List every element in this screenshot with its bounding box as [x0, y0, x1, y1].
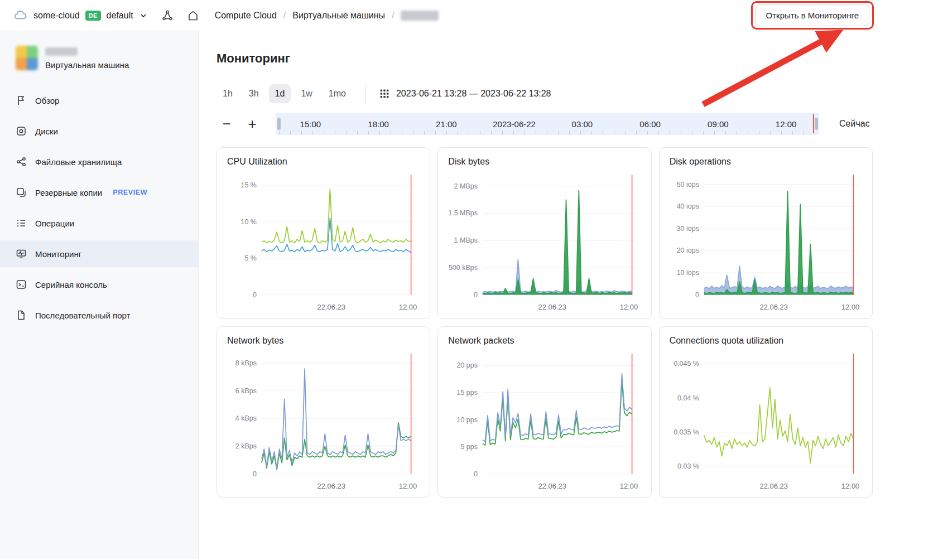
breadcrumb-virtual-machines[interactable]: Виртуальные машины [292, 11, 385, 21]
svg-text:22.06.23: 22.06.23 [759, 481, 787, 490]
timeline-minor-ticks [279, 131, 816, 134]
svg-text:10 %: 10 % [240, 218, 256, 226]
chart-card-disk-operations: Disk operations50 iops40 iops30 iops20 i… [659, 147, 873, 319]
main-content: Мониторинг 1h3h1d1w1mo 2023-06-21 13:28 … [199, 31, 943, 559]
svg-text:22.06.23: 22.06.23 [759, 303, 787, 311]
sidebar-item-backups[interactable]: Резервные копииPREVIEW [0, 179, 198, 206]
zoom-out-button[interactable]: − [216, 114, 237, 134]
sidebar-item-serial-console[interactable]: Серийная консоль [0, 271, 198, 298]
monitoring-icon [16, 248, 27, 259]
vm-subtitle: Виртуальная машина [45, 60, 129, 70]
chart-card-connections-quota: Connections quota utilization0.045 %0.04… [659, 326, 873, 498]
chart-title: Network bytes [227, 336, 421, 346]
svg-text:0: 0 [253, 470, 257, 477]
timeline-tick-label: 21:00 [436, 119, 457, 129]
svg-text:1 MBps: 1 MBps [454, 236, 478, 244]
chart-title: CPU Utilization [227, 157, 421, 167]
svg-text:30 iops: 30 iops [676, 225, 699, 233]
svg-text:12:00: 12:00 [399, 481, 417, 490]
timeline-tick-label: 06:00 [639, 119, 661, 129]
home-icon[interactable] [187, 9, 199, 22]
range-tab-1d[interactable]: 1d [269, 84, 291, 103]
chart-card-network-packets: Network packets20 pps15 pps10 pps5 pps02… [437, 326, 651, 498]
range-tab-1w[interactable]: 1w [295, 84, 318, 103]
folder-name[interactable]: default [107, 11, 133, 21]
timeline-right-handle[interactable] [815, 118, 818, 130]
services-icon[interactable] [161, 9, 174, 22]
range-tabs: 1h3h1d1w1mo [216, 84, 352, 103]
chevron-down-icon[interactable] [139, 11, 148, 20]
page: some-cloud DE default Compute Cloud / Ви… [0, 0, 943, 560]
timeline-now-marker [813, 114, 814, 133]
range-tab-3h[interactable]: 3h [243, 84, 265, 103]
blurred-vm-name [401, 11, 439, 21]
svg-text:0: 0 [253, 291, 257, 299]
preview-badge: PREVIEW [113, 189, 147, 196]
date-range-value[interactable]: 2023-06-21 13:28 — 2023-06-22 13:28 [396, 89, 551, 99]
sidebar-item-label: Файловые хранилища [35, 157, 122, 167]
timeline-tick-label: 2023-06-22 [493, 119, 536, 129]
zoom-in-button[interactable]: + [242, 114, 262, 134]
sidebar-item-monitoring[interactable]: Мониторинг [0, 240, 198, 267]
page-title: Мониторинг [216, 51, 873, 66]
svg-text:0.035 %: 0.035 % [673, 428, 699, 436]
cloud-name[interactable]: some-cloud [33, 11, 80, 21]
open-in-monitoring-button[interactable]: Открыть в Мониторинге [756, 4, 869, 26]
vm-avatar [16, 46, 38, 70]
timeline-now-label: Сейчас [839, 119, 873, 129]
svg-text:6 kBps: 6 kBps [235, 387, 257, 394]
timeline-tick-label: 18:00 [368, 119, 389, 129]
chart-plot-network-bytes[interactable]: 8 kBps6 kBps4 kBps2 kBps022.06.2312:00 [226, 348, 421, 494]
sidebar-item-label: Операции [35, 219, 74, 228]
blurred-vm-name [45, 47, 78, 56]
range-tab-1h[interactable]: 1h [216, 84, 239, 103]
svg-text:5 pps: 5 pps [461, 443, 478, 451]
svg-text:15 %: 15 % [240, 181, 256, 189]
svg-text:8 kBps: 8 kBps [235, 359, 257, 367]
charts-grid: CPU Utilization15 %10 %5 %022.06.2312:00… [216, 147, 873, 498]
sidebar: Виртуальная машина ОбзорДискиФайловые хр… [0, 31, 199, 559]
vm-header: Виртуальная машина [0, 46, 198, 70]
sidebar-item-label: Последовательный порт [35, 311, 130, 320]
breadcrumb: Compute Cloud / Виртуальные машины / [215, 11, 439, 21]
chart-card-disk-bytes: Disk bytes2 MBps1.5 MBps1 MBps500 kBps02… [437, 147, 651, 319]
timeline-left-handle[interactable] [277, 118, 281, 130]
svg-text:12:00: 12:00 [620, 303, 638, 311]
operations-icon [16, 218, 27, 229]
timeline-slider[interactable]: 15:0018:0021:002023-06-2203:0006:0009:00… [276, 113, 819, 135]
sidebar-item-label: Диски [35, 127, 58, 136]
backup-icon [16, 187, 27, 198]
svg-text:22.06.23: 22.06.23 [317, 481, 345, 490]
breadcrumb-separator: / [392, 11, 394, 21]
sidebar-item-operations[interactable]: Операции [0, 210, 198, 236]
sidebar-item-file-storages[interactable]: Файловые хранилища [0, 148, 198, 175]
storage-icon [16, 156, 27, 167]
chart-plot-connections-quota[interactable]: 0.045 %0.04 %0.035 %0.03 %22.06.2312:00 [668, 348, 863, 494]
sidebar-item-disks[interactable]: Диски [0, 118, 198, 144]
chart-plot-disk-operations[interactable]: 50 iops40 iops30 iops20 iops10 iops022.0… [668, 169, 863, 315]
chart-plot-cpu-utilization[interactable]: 15 %10 %5 %022.06.2312:00 [226, 169, 421, 315]
svg-text:40 iops: 40 iops [676, 202, 699, 210]
sidebar-item-label: Мониторинг [35, 249, 81, 259]
svg-text:5 %: 5 % [244, 254, 257, 262]
sidebar-item-serial-port[interactable]: Последовательный порт [0, 302, 198, 329]
svg-text:0: 0 [474, 291, 478, 299]
chart-plot-network-packets[interactable]: 20 pps15 pps10 pps5 pps022.06.2312:00 [447, 348, 642, 494]
chart-plot-disk-bytes[interactable]: 2 MBps1.5 MBps1 MBps500 kBps022.06.2312:… [447, 169, 642, 315]
sidebar-nav: ОбзорДискиФайловые хранилищаРезервные ко… [0, 87, 198, 329]
sidebar-item-overview[interactable]: Обзор [0, 87, 198, 114]
breadcrumb-separator: / [283, 11, 286, 21]
sidebar-item-label: Серийная консоль [35, 280, 107, 289]
svg-text:0: 0 [695, 291, 699, 299]
divider [365, 84, 366, 104]
timeline-tick-label: 12:00 [776, 119, 797, 129]
calendar-grid-icon[interactable] [379, 89, 389, 99]
svg-text:2 kBps: 2 kBps [235, 442, 257, 450]
svg-text:1.5 MBps: 1.5 MBps [449, 209, 478, 217]
chart-card-network-bytes: Network bytes8 kBps6 kBps4 kBps2 kBps022… [216, 326, 430, 498]
breadcrumb-compute-cloud[interactable]: Compute Cloud [215, 11, 277, 21]
svg-text:0.045 %: 0.045 % [673, 360, 699, 368]
chart-title: Disk bytes [448, 157, 642, 167]
svg-text:12:00: 12:00 [841, 481, 859, 490]
range-tab-1mo[interactable]: 1mo [323, 84, 352, 103]
